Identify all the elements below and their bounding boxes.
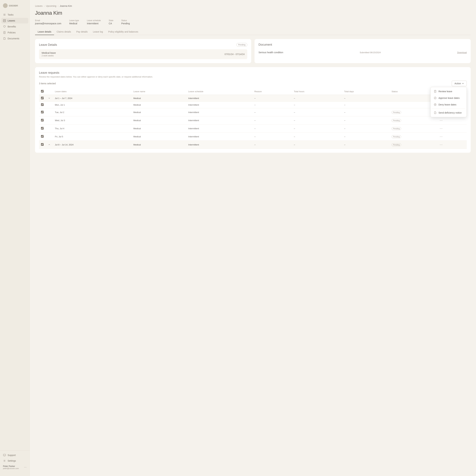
meta-leave-schedule: Leave schedule Intermittent	[87, 19, 101, 25]
row-wed-jul3-hours: –	[292, 116, 342, 124]
action-dropdown-menu: Review leave Approve leave dates	[430, 87, 467, 117]
breadcrumb-upcoming[interactable]: Upcoming	[46, 5, 56, 7]
document-card-title: Document	[258, 43, 467, 47]
cards-row: Leave Details Pending Medical leave 2 wo…	[35, 39, 471, 63]
breadcrumb-sep-1: ›	[44, 5, 45, 7]
table-header-row: Leave dates Leave name Leave schedule Re…	[39, 88, 467, 95]
row-wed-jul3-reason: –	[252, 116, 292, 124]
table-row: Jul 8 – Jul 14, 2024 Medical Intermitten…	[39, 141, 467, 149]
row-fri-jul5-more[interactable]: ⋯	[439, 134, 443, 139]
user-more-button[interactable]: ⋯	[24, 466, 27, 469]
group1-dates: Jul 1 – Jul 7, 2024	[53, 95, 131, 102]
row-tue-jul2-status: Pending	[391, 111, 401, 114]
sidebar-item-support[interactable]: Support	[1, 452, 28, 458]
user-email: peter@cocoon.com	[3, 467, 23, 469]
svg-rect-10	[3, 454, 6, 456]
selected-count: 3 items selected	[39, 82, 56, 85]
action-dropdown-container: Action R	[452, 81, 467, 86]
sidebar-item-settings[interactable]: Settings	[1, 458, 28, 464]
table-row: Tue, Jul 2 Medical Intermittent – – – Pe…	[39, 108, 467, 116]
row-mon-jul1-days: –	[342, 102, 390, 108]
sidebar-item-label-leaves: Leaves	[8, 19, 15, 22]
svg-point-15	[434, 97, 436, 99]
group2-dates: Jul 8 – Jul 14, 2024	[53, 141, 131, 149]
leave-entry-name: Medical leave	[42, 51, 56, 54]
meta-status: Status Pending	[121, 19, 130, 25]
sidebar-item-label-tasks: Tasks	[8, 13, 14, 16]
row-thu-jul4-more[interactable]: ⋯	[439, 126, 443, 131]
tab-leave-log[interactable]: Leave log	[90, 29, 106, 35]
group1-name: Medical	[131, 95, 186, 102]
group2-reason: –	[252, 141, 292, 149]
table-row: Wed, Jul 3 Medical Intermittent – – – Pe…	[39, 116, 467, 124]
col-total-days: Total days	[342, 88, 390, 95]
group2-name: Medical	[131, 141, 186, 149]
group1-checkbox[interactable]	[41, 97, 44, 99]
sidebar-item-label-policies: Policies	[8, 31, 16, 34]
sidebar-item-label-settings: Settings	[8, 459, 16, 462]
leave-schedule-label: Leave schedule	[87, 19, 101, 22]
row-fri-jul5-days: –	[342, 133, 390, 141]
group2-status: Pending	[391, 143, 401, 146]
dropdown-deny-leave[interactable]: Deny leave dates	[432, 101, 466, 108]
dropdown-approve-leave[interactable]: Approve leave dates	[432, 95, 466, 101]
state-label: State	[109, 19, 113, 22]
leave-schedule-value: Intermittent	[87, 22, 101, 25]
group2-hours: –	[292, 141, 342, 149]
sidebar-item-policies[interactable]: Policies	[1, 30, 28, 35]
svg-rect-3	[3, 19, 6, 22]
row-tue-jul2-days: –	[342, 108, 390, 116]
row-thu-jul4-days: –	[342, 124, 390, 133]
row-tue-jul2-schedule: Intermittent	[186, 108, 252, 116]
download-button[interactable]: Download	[457, 51, 467, 54]
settings-icon	[3, 459, 6, 462]
row-fri-jul5-name: Medical	[131, 133, 186, 141]
row-fri-jul5-date: Fri, Jul 5	[53, 133, 131, 141]
meta-state: State CA	[109, 19, 113, 25]
meta-email: Email joanna@monospace.com	[35, 19, 61, 25]
row-wed-jul3-checkbox[interactable]	[41, 119, 44, 121]
row-tue-jul2-checkbox[interactable]	[41, 111, 44, 113]
user-name: Peter Parker	[3, 465, 23, 467]
row-mon-jul1-checkbox[interactable]	[41, 103, 44, 106]
select-all-checkbox[interactable]	[41, 90, 44, 93]
row-wed-jul3-date: Wed, Jul 3	[53, 116, 131, 124]
dropdown-review-leave-label: Review leave	[439, 90, 452, 93]
action-button[interactable]: Action	[452, 81, 467, 86]
group2-collapse-button[interactable]	[48, 143, 51, 146]
breadcrumb-leaves[interactable]: Leaves	[35, 5, 42, 7]
group2-days: –	[342, 141, 390, 149]
col-leave-dates: Leave dates	[53, 88, 131, 95]
leave-requests-table: Leave dates Leave name Leave schedule Re…	[39, 88, 467, 149]
status-label: Status	[121, 19, 130, 22]
tab-claims-details[interactable]: Claims details	[54, 29, 74, 35]
row-thu-jul4-reason: –	[252, 124, 292, 133]
row-mon-jul1-hours: –	[292, 102, 342, 108]
group1-collapse-button[interactable]	[48, 97, 51, 100]
row-fri-jul5-checkbox[interactable]	[41, 135, 44, 138]
dropdown-deficiency[interactable]: Send deficiency notice	[432, 109, 466, 116]
tab-pay-details[interactable]: Pay details	[74, 29, 90, 35]
row-thu-jul4-checkbox[interactable]	[41, 127, 44, 130]
tab-leave-details[interactable]: Leave details	[35, 29, 54, 35]
sidebar-item-tasks[interactable]: Tasks	[1, 12, 28, 17]
row-wed-jul3-days: –	[342, 116, 390, 124]
tab-policy-eligibility[interactable]: Policy eligibility and balances	[106, 29, 141, 35]
sidebar-item-leaves[interactable]: Leaves	[1, 18, 28, 23]
sidebar-item-benefits[interactable]: Benefits	[1, 24, 28, 29]
state-value: CA	[109, 22, 113, 25]
leave-entry: Medical leave 2 work weeks 07/01/24 - 07…	[39, 49, 247, 59]
email-value: joanna@monospace.com	[35, 22, 61, 25]
group2-checkbox[interactable]	[41, 143, 44, 146]
sidebar-item-documents[interactable]: Documents	[1, 36, 28, 41]
row-wed-jul3-more[interactable]: ⋯	[439, 118, 443, 123]
group1-hours: –	[292, 95, 342, 102]
email-label: Email	[35, 19, 61, 22]
deny-leave-icon	[434, 103, 437, 106]
leave-requests-section: Leave requests Review the requested date…	[35, 67, 471, 153]
row-tue-jul2-date: Tue, Jul 2	[53, 108, 131, 116]
group2-schedule: Intermittent	[186, 141, 252, 149]
group2-more[interactable]: ⋯	[439, 142, 443, 147]
leave-requests-title: Leave requests	[39, 71, 467, 75]
dropdown-review-leave[interactable]: Review leave	[432, 88, 466, 95]
